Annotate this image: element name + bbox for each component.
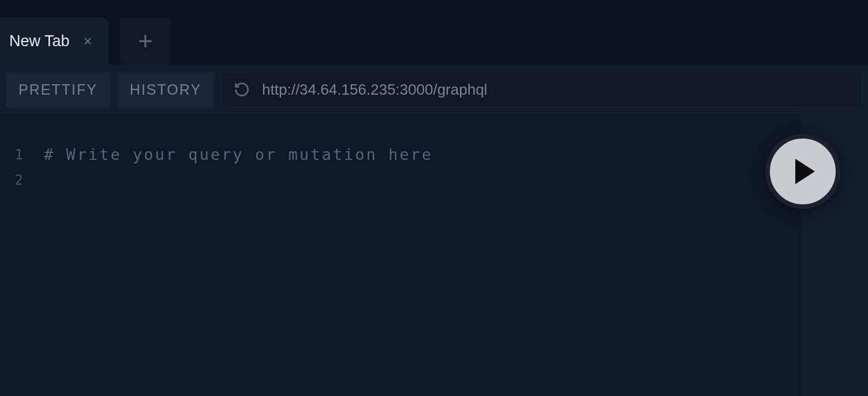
url-bar xyxy=(221,72,862,107)
tab-label: New Tab xyxy=(9,32,70,50)
tab-bar: New Tab × + xyxy=(0,17,868,65)
plus-icon: + xyxy=(138,28,153,54)
prettify-button[interactable]: PRETTIFY xyxy=(6,72,110,107)
toolbar: PRETTIFY HISTORY xyxy=(0,65,868,114)
add-tab-button[interactable]: + xyxy=(120,17,171,65)
play-icon xyxy=(795,159,815,184)
editor-area: 1 2 # Write your query or mutation here xyxy=(0,114,868,396)
code-line: # Write your query or mutation here xyxy=(44,142,801,167)
execute-button[interactable] xyxy=(765,134,840,209)
line-gutter: 1 2 xyxy=(0,142,32,368)
top-spacer xyxy=(0,0,868,17)
close-icon[interactable]: × xyxy=(81,31,95,51)
line-number: 2 xyxy=(0,167,23,193)
tab-active[interactable]: New Tab × xyxy=(0,17,108,65)
history-button[interactable]: HISTORY xyxy=(117,72,214,107)
line-number: 1 xyxy=(0,142,23,167)
code-editor[interactable]: # Write your query or mutation here xyxy=(32,142,801,368)
editor-panel[interactable]: 1 2 # Write your query or mutation here xyxy=(0,114,801,396)
reload-icon[interactable] xyxy=(233,81,250,98)
url-input[interactable] xyxy=(262,81,850,99)
